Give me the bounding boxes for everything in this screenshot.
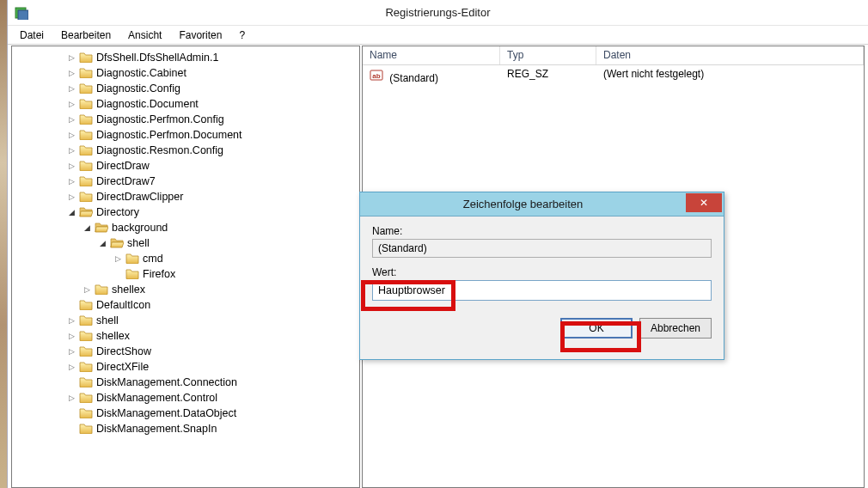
tree-item[interactable]: ▷Diagnostic.Config [17,81,359,96]
tree-item[interactable]: ▷cmd [17,251,359,266]
tree-item[interactable]: ▷DiskManagement.SnapIn [17,421,359,436]
tree-item-label: DirectDraw [96,160,150,172]
expand-icon[interactable]: ▷ [67,347,76,357]
tree-item-label: DiskManagement.Connection [96,376,237,388]
tree-item-label: shellex [96,330,130,342]
collapse-icon[interactable]: ◢ [98,239,107,248]
tree-item[interactable]: ▷DiskManagement.Control [17,390,359,406]
tree-item-label: Diagnostic.Cabinet [96,67,186,79]
folder-icon [79,314,93,328]
menu-help[interactable]: ? [230,27,254,43]
expand-icon[interactable]: ▷ [67,192,76,202]
tree-item[interactable]: ▷Diagnostic.Perfmon.Document [17,127,359,143]
expand-icon[interactable]: ▷ [67,100,76,109]
folder-icon [125,267,139,282]
folder-icon [79,422,93,436]
tree-item[interactable]: ▷Diagnostic.Perfmon.Config [17,112,359,127]
tree-item[interactable]: ◢Directory [17,204,359,220]
tree-item-label: Directory [96,206,139,218]
folder-icon [79,345,93,359]
tree-item-label: Diagnostic.Perfmon.Document [96,129,242,141]
tree-item[interactable]: ▷DirectXFile [17,359,359,375]
expand-icon[interactable]: ▷ [113,254,123,264]
menu-edit[interactable]: Bearbeiten [52,27,119,43]
tree-item[interactable]: ▷DiskManagement.DataObject [17,406,359,421]
window-title: Registrierungs-Editor [8,6,868,19]
folder-icon [79,159,93,174]
tree-item[interactable]: ▷shellex [17,282,359,297]
col-name[interactable]: Name [363,46,500,64]
close-icon[interactable]: ✕ [686,193,722,212]
menubar: Datei Bearbeiten Ansicht Favoriten ? [8,26,868,45]
tree-item[interactable]: ▷DirectShow [17,344,359,359]
col-data[interactable]: Daten [596,46,864,64]
edit-string-dialog: Zeichenfolge bearbeiten ✕ Name: (Standar… [359,192,724,360]
folder-icon [79,298,93,313]
expand-icon[interactable]: ▷ [67,131,76,140]
menu-view[interactable]: Ansicht [119,27,170,43]
tree-item-label: DirectDrawClipper [96,191,183,203]
tree-item[interactable]: ▷Firefox [17,266,359,282]
expand-icon[interactable]: ▷ [67,162,76,171]
tree-item[interactable]: ▷Diagnostic.Resmon.Config [17,143,359,158]
expand-icon[interactable]: ▷ [67,53,76,63]
tree-item-label: DiskManagement.Control [96,392,217,404]
tree-item[interactable]: ◢shell [17,235,359,251]
tree-item-label: shell [127,237,150,249]
folder-icon [79,97,93,112]
menu-file[interactable]: Datei [11,27,52,43]
folder-icon [110,236,124,251]
tree-item[interactable]: ◢background [17,220,359,235]
folder-icon [79,128,93,143]
folder-icon [79,391,93,406]
tree-item[interactable]: ▷DirectDrawClipper [17,189,359,204]
col-type[interactable]: Typ [500,46,596,64]
value-input[interactable] [372,280,712,301]
tree-item[interactable]: ▷DefaultIcon [17,297,359,313]
collapse-icon[interactable]: ◢ [83,223,92,233]
tree-item-label: DiskManagement.SnapIn [96,423,217,435]
expand-icon[interactable]: ▷ [67,332,76,341]
titlebar[interactable]: Registrierungs-Editor [8,0,868,26]
tree-item[interactable]: ▷Diagnostic.Cabinet [17,65,359,81]
tree-panel[interactable]: ▷DfsShell.DfsShellAdmin.1▷Diagnostic.Cab… [11,46,360,488]
tree-item-label: DirectDraw7 [96,175,156,187]
ok-button[interactable]: OK [560,318,633,339]
folder-icon [79,375,93,390]
expand-icon[interactable]: ▷ [67,84,76,94]
tree-item-label: shellex [112,284,145,296]
folder-icon [79,174,93,189]
tree-item-label: Firefox [143,268,175,280]
row-name: (Standard) [389,72,438,84]
expand-icon[interactable]: ▷ [67,177,76,186]
menu-favorites[interactable]: Favoriten [170,27,230,43]
row-data: (Wert nicht festgelegt) [596,68,711,84]
expand-icon[interactable]: ▷ [67,363,76,372]
dialog-titlebar[interactable]: Zeichenfolge bearbeiten ✕ [360,192,724,217]
tree-item-label: DirectShow [96,345,151,357]
name-field: (Standard) [372,239,712,258]
tree-item[interactable]: ▷shellex [17,328,359,344]
tree-item[interactable]: ▷DirectDraw [17,158,359,174]
list-row[interactable]: (Standard) REG_SZ (Wert nicht festgelegt… [363,65,864,87]
expand-icon[interactable]: ▷ [67,393,76,403]
folder-icon [79,360,93,375]
collapse-icon[interactable]: ◢ [67,208,76,217]
tree-item-label: DiskManagement.DataObject [96,407,236,419]
folder-icon [79,205,93,220]
tree-item[interactable]: ▷DfsShell.DfsShellAdmin.1 [17,50,359,65]
expand-icon[interactable]: ▷ [67,69,76,78]
tree-item-label: DfsShell.DfsShellAdmin.1 [96,52,218,64]
tree-item[interactable]: ▷DiskManagement.Connection [17,375,359,390]
expand-icon[interactable]: ▷ [67,316,76,326]
tree-item[interactable]: ▷shell [17,313,359,328]
tree-item-label: Diagnostic.Config [96,82,180,95]
cancel-button[interactable]: Abbrechen [639,318,712,339]
expand-icon[interactable]: ▷ [83,285,92,295]
folder-icon [79,329,93,344]
tree-item[interactable]: ▷Diagnostic.Document [17,96,359,112]
expand-icon[interactable]: ▷ [67,115,76,125]
tree-item-label: DirectXFile [96,361,149,373]
expand-icon[interactable]: ▷ [67,146,76,156]
tree-item[interactable]: ▷DirectDraw7 [17,174,359,189]
